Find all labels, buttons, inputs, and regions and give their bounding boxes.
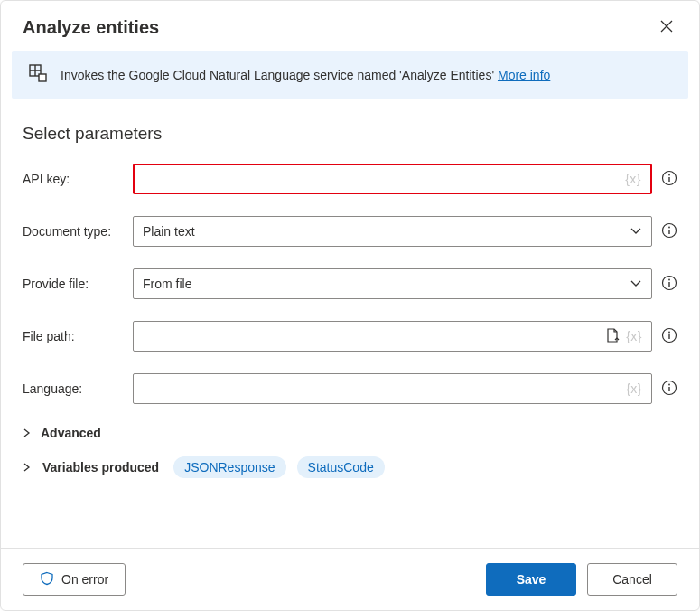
svg-rect-3 bbox=[39, 74, 46, 81]
label-file-path: File path: bbox=[23, 329, 133, 343]
output-chip-status[interactable]: StatusCode bbox=[297, 456, 385, 478]
svg-point-14 bbox=[668, 331, 670, 333]
dialog: Analyze entities Invokes the Google Clou… bbox=[0, 0, 700, 611]
info-banner: Invokes the Google Cloud Natural Languag… bbox=[12, 51, 688, 99]
banner-text: Invokes the Google Cloud Natural Languag… bbox=[61, 68, 550, 82]
cancel-label: Cancel bbox=[612, 572, 652, 587]
info-icon[interactable] bbox=[661, 170, 677, 189]
chevron-down-icon bbox=[628, 224, 644, 240]
input-api-key-wrap[interactable]: {x} bbox=[133, 164, 652, 194]
label-language: Language: bbox=[23, 381, 133, 396]
row-provide-file: Provide file: From file bbox=[23, 268, 677, 299]
variable-token-icon[interactable]: {x} bbox=[626, 381, 644, 396]
label-api-key: API key: bbox=[23, 172, 133, 186]
input-file-path[interactable] bbox=[143, 328, 604, 344]
shield-icon bbox=[40, 571, 54, 588]
dialog-body: Select parameters API key: {x} Document … bbox=[1, 99, 699, 548]
info-icon[interactable] bbox=[661, 327, 677, 346]
file-picker-icon[interactable] bbox=[604, 327, 626, 346]
cancel-button[interactable]: Cancel bbox=[587, 563, 677, 596]
label-document-type: Document type: bbox=[23, 224, 133, 239]
action-icon bbox=[28, 63, 48, 86]
dialog-footer: On error Save Cancel bbox=[1, 548, 699, 610]
info-icon[interactable] bbox=[661, 275, 677, 294]
row-api-key: API key: {x} bbox=[23, 164, 677, 194]
more-info-link[interactable]: More info bbox=[498, 68, 550, 82]
input-api-key[interactable] bbox=[144, 171, 625, 187]
close-button[interactable] bbox=[656, 15, 677, 40]
output-chip-json[interactable]: JSONResponse bbox=[173, 456, 285, 478]
variable-token-icon[interactable]: {x} bbox=[626, 329, 644, 343]
expander-variables[interactable]: Variables produced JSONResponse StatusCo… bbox=[23, 456, 677, 478]
svg-point-5 bbox=[668, 174, 670, 175]
svg-point-17 bbox=[668, 383, 670, 385]
expander-variables-label: Variables produced bbox=[42, 460, 159, 475]
svg-point-8 bbox=[668, 226, 670, 228]
row-file-path: File path: {x} bbox=[23, 321, 677, 352]
select-document-type[interactable]: Plain text bbox=[133, 216, 652, 247]
dialog-title: Analyze entities bbox=[23, 17, 159, 38]
select-provide-file-value: From file bbox=[143, 277, 628, 291]
input-language[interactable] bbox=[143, 381, 626, 397]
info-icon[interactable] bbox=[661, 222, 677, 241]
select-provide-file[interactable]: From file bbox=[133, 268, 652, 299]
row-language: Language: {x} bbox=[23, 373, 677, 404]
section-title: Select parameters bbox=[23, 124, 677, 144]
on-error-label: On error bbox=[61, 572, 108, 587]
chevron-down-icon bbox=[628, 277, 644, 292]
input-file-path-wrap[interactable]: {x} bbox=[133, 321, 652, 352]
dialog-header: Analyze entities bbox=[1, 1, 699, 51]
input-language-wrap[interactable]: {x} bbox=[133, 373, 652, 404]
save-label: Save bbox=[517, 572, 546, 587]
on-error-button[interactable]: On error bbox=[23, 563, 126, 596]
svg-point-11 bbox=[668, 278, 670, 280]
expander-advanced[interactable]: Advanced bbox=[23, 426, 677, 440]
banner-text-content: Invokes the Google Cloud Natural Languag… bbox=[61, 68, 498, 82]
variable-token-icon[interactable]: {x} bbox=[625, 172, 643, 186]
save-button[interactable]: Save bbox=[486, 563, 576, 596]
close-icon bbox=[659, 19, 674, 33]
expander-advanced-label: Advanced bbox=[41, 426, 101, 440]
select-document-type-value: Plain text bbox=[143, 224, 628, 239]
chevron-right-icon bbox=[23, 460, 32, 475]
info-icon[interactable] bbox=[661, 380, 677, 399]
chevron-right-icon bbox=[23, 426, 32, 440]
label-provide-file: Provide file: bbox=[23, 277, 133, 291]
row-document-type: Document type: Plain text bbox=[23, 216, 677, 247]
